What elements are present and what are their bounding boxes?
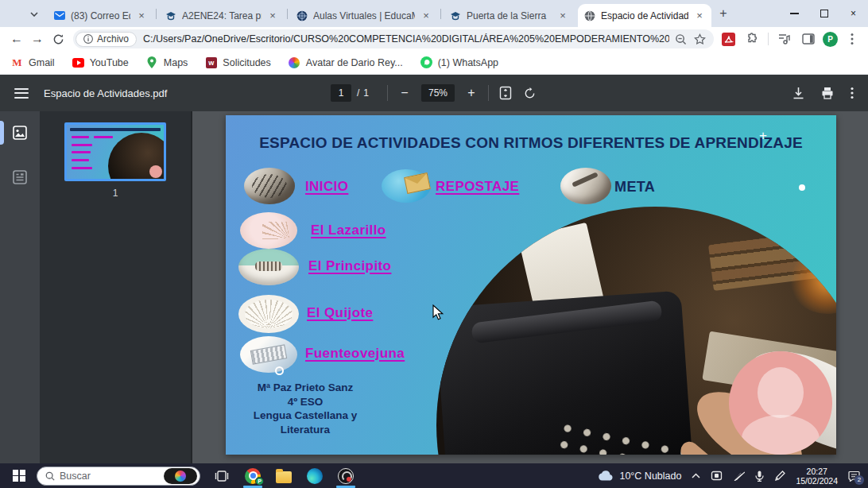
- bookmark-label: Maps: [164, 57, 188, 68]
- ink-pen-icon[interactable]: [774, 471, 785, 482]
- bookmark-youtube[interactable]: YouTube: [72, 56, 129, 68]
- bookmark-maps[interactable]: Maps: [146, 56, 188, 68]
- zoom-level-input[interactable]: 75%: [421, 84, 455, 102]
- fuenteovejuna-link[interactable]: Fuenteovejuna: [305, 346, 405, 362]
- pdf-document-title: Espacio de Actividades.pdf: [44, 87, 167, 99]
- obs-icon[interactable]: [336, 466, 355, 486]
- tab-separator: [156, 9, 157, 19]
- el-principito-link[interactable]: El Principito: [308, 258, 391, 274]
- copilot-button[interactable]: [164, 468, 197, 484]
- webcam-avatar-placeholder: [729, 351, 832, 455]
- adobe-acrobat-extension-icon[interactable]: [719, 29, 738, 48]
- bookmark-avatar-dario[interactable]: Avatar de Dario Rey...: [289, 56, 403, 68]
- page-thumbnail[interactable]: [64, 122, 166, 181]
- microphone-icon[interactable]: [755, 471, 764, 482]
- el-quijote-link[interactable]: El Quijote: [307, 305, 373, 321]
- running-indicator: [243, 486, 262, 488]
- browser-toolbar: ← → Archivo C:/Users/Paz/OneDrive/Escrit…: [0, 27, 868, 51]
- tab-espacio-actividades-pdf-active[interactable]: Espacio de Actividades.pdf ×: [578, 4, 711, 27]
- tab-title: Espacio de Actividades.pdf: [601, 10, 688, 21]
- chrome-taskbar-icon[interactable]: P: [243, 466, 262, 486]
- copilot-icon: [175, 471, 186, 482]
- annotation-dot-marker: [799, 184, 805, 191]
- weather-widget[interactable]: 10°C Nublado: [598, 471, 681, 482]
- browser-menu-kebab-icon[interactable]: [843, 29, 862, 48]
- taskbar-clock[interactable]: 20:27 15/02/2024: [796, 467, 838, 486]
- zoom-in-button[interactable]: +: [463, 84, 479, 102]
- info-icon: [83, 34, 93, 44]
- bookmark-star-icon[interactable]: [692, 31, 707, 47]
- bookmark-whatsapp[interactable]: (1) WhatsApp: [420, 56, 498, 68]
- thumbnails-panel-button[interactable]: [0, 119, 40, 146]
- close-window-button[interactable]: ×: [839, 0, 868, 27]
- print-icon[interactable]: [821, 87, 834, 99]
- download-icon[interactable]: [792, 87, 804, 99]
- reload-button[interactable]: [48, 29, 68, 49]
- candle-glow: [789, 246, 836, 314]
- fit-to-page-icon[interactable]: [498, 84, 513, 102]
- address-bar[interactable]: Archivo C:/Users/Paz/OneDrive/Escritorio…: [73, 29, 714, 48]
- zoom-page-icon[interactable]: [672, 31, 688, 47]
- tab-close-icon[interactable]: ×: [693, 10, 706, 22]
- el-lazarillo-link[interactable]: El Lazarillo: [311, 223, 386, 238]
- tab-strip: (83) Correo EducaMadrid :: × A2ENE24: Ta…: [0, 0, 868, 27]
- tab-title: Puerta de la Sierra: [467, 10, 552, 21]
- mail-icon: [53, 10, 65, 21]
- hidden-icons-chevron[interactable]: [692, 473, 700, 478]
- cast-device-icon[interactable]: [711, 471, 723, 481]
- back-button[interactable]: ←: [6, 29, 27, 49]
- author-line: Literatura: [242, 423, 369, 437]
- pen-disabled-icon[interactable]: [733, 471, 745, 481]
- start-button[interactable]: [10, 467, 29, 486]
- cloud-icon: [598, 471, 614, 482]
- author-line: Mª Paz Prieto Sanz: [242, 381, 369, 395]
- weather-text: 10°C Nublado: [619, 471, 681, 482]
- bookmark-solicitudes[interactable]: w Solicitudes: [205, 56, 270, 68]
- thumbnail-line: [72, 136, 89, 138]
- pdf-menu-hamburger-icon[interactable]: [14, 88, 29, 99]
- inicio-link[interactable]: INICIO: [305, 179, 348, 195]
- page-number-input[interactable]: 1: [331, 84, 351, 102]
- maximize-button[interactable]: [809, 0, 839, 27]
- tab-close-icon[interactable]: ×: [420, 10, 432, 22]
- tab-a2ene24[interactable]: A2ENE24: Tarea práctica 6 - ×: [159, 4, 285, 27]
- repostaje-link[interactable]: REPOSTAJE: [436, 179, 519, 195]
- new-tab-button[interactable]: +: [715, 6, 732, 23]
- zoom-out-button[interactable]: −: [397, 84, 413, 102]
- profile-avatar[interactable]: P: [823, 32, 838, 47]
- bookmarks-bar: M Gmail YouTube Maps w Solicitudes Avata…: [0, 51, 868, 75]
- tab-correo-educamadrid[interactable]: (83) Correo EducaMadrid :: ×: [48, 4, 153, 27]
- tab-title: Aulas Virtuales | EducaMadr: [313, 10, 415, 21]
- tab-title: (83) Correo EducaMadrid ::: [71, 10, 130, 21]
- notification-center-button[interactable]: 2: [848, 471, 860, 482]
- pdf-page: ESPACIO DE ACTIVIDADES CON RITMOS DIFERE…: [226, 115, 836, 455]
- system-tray: 10°C Nublado 20:27 15/02/2024 2: [598, 467, 860, 486]
- file-explorer-icon[interactable]: [274, 466, 293, 486]
- annotation-ring-marker: [275, 366, 284, 375]
- tab-puerta-de-la-sierra[interactable]: Puerta de la Sierra ×: [444, 4, 575, 27]
- task-view-button[interactable]: [212, 466, 231, 486]
- tab-search-chevron-icon[interactable]: [25, 6, 43, 21]
- file-scheme-chip[interactable]: Archivo: [76, 32, 137, 47]
- rotate-page-icon[interactable]: [521, 84, 537, 102]
- side-panel-icon[interactable]: [799, 29, 818, 48]
- minimize-button[interactable]: [780, 0, 809, 27]
- media-controls-icon[interactable]: [775, 29, 794, 48]
- bookmark-label: Solicitudes: [223, 57, 270, 68]
- tab-close-icon[interactable]: ×: [135, 10, 148, 22]
- pdf-more-kebab-icon[interactable]: [851, 87, 854, 99]
- search-input[interactable]: [60, 471, 159, 482]
- edge-icon[interactable]: [305, 466, 324, 486]
- tab-close-icon[interactable]: ×: [556, 10, 569, 22]
- extensions-puzzle-icon[interactable]: [742, 29, 761, 48]
- tab-aulas-virtuales[interactable]: Aulas Virtuales | EducaMadr ×: [290, 4, 438, 27]
- bookmark-gmail[interactable]: M Gmail: [11, 56, 55, 68]
- solicitudes-icon: w: [205, 56, 217, 68]
- author-block: Mª Paz Prieto Sanz 4º ESO Lengua Castell…: [242, 381, 369, 436]
- forward-button[interactable]: →: [27, 29, 48, 49]
- tab-close-icon[interactable]: ×: [266, 10, 279, 22]
- outline-panel-button[interactable]: [0, 164, 40, 191]
- meta-thumbnail-image: [560, 168, 611, 204]
- clock-date: 15/02/2024: [796, 476, 838, 486]
- taskbar-search-box[interactable]: [37, 467, 200, 486]
